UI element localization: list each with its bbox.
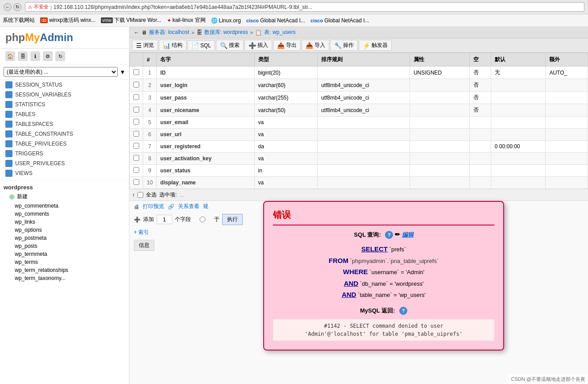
operations-button[interactable]: 🔧 操作 bbox=[330, 40, 358, 51]
execute-button[interactable]: 执行 bbox=[222, 214, 243, 225]
breadcrumb-database[interactable]: 数据库: wordpress bbox=[204, 29, 248, 36]
sidebar-item-VIEWS[interactable]: VIEWS bbox=[0, 168, 129, 178]
home-icon[interactable]: 🏠 bbox=[5, 51, 15, 61]
bookmark-3[interactable]: vmw 下载 VMware Wor... bbox=[101, 17, 161, 24]
sql-icon: 📄 bbox=[191, 42, 199, 49]
toolbar: ☰ 浏览 📊 结构 📄 SQL 🔍 搜索 ➕ 插入 📤 导出 bbox=[129, 38, 588, 53]
row-num-4: 5 bbox=[143, 117, 157, 129]
sidebar-item-TABLES[interactable]: TABLES bbox=[0, 109, 129, 119]
browse-button[interactable]: ☰ 浏览 bbox=[132, 40, 158, 51]
row-default-5 bbox=[491, 129, 546, 141]
browse-label: 浏览 bbox=[143, 42, 154, 49]
browser-nav-buttons[interactable]: ← ↻ bbox=[4, 3, 21, 11]
bookmark-5[interactable]: 🌐 Linux.org bbox=[211, 17, 241, 24]
select-all-checkbox[interactable] bbox=[137, 192, 143, 198]
row-checkbox-6[interactable] bbox=[130, 141, 143, 153]
col-header-name: 名字 bbox=[157, 53, 254, 67]
sidebar-label-wp_termmeta: wp_termmeta bbox=[15, 251, 47, 257]
sidebar-item-TABLESPACES[interactable]: TABLESPACES bbox=[0, 119, 129, 129]
row-checkbox-2[interactable] bbox=[130, 92, 143, 104]
table-icon-TABLESPACES bbox=[5, 121, 12, 128]
sql-button[interactable]: 📄 SQL bbox=[187, 40, 215, 51]
insert-button[interactable]: ➕ 插入 bbox=[244, 40, 272, 51]
row-checkbox-7[interactable] bbox=[130, 153, 143, 165]
sql-pencil-icon[interactable]: ✏ bbox=[395, 231, 400, 238]
row-checkbox-4[interactable] bbox=[130, 117, 143, 129]
back-button[interactable]: ← bbox=[4, 3, 12, 11]
related-view-link[interactable]: 关系查看 bbox=[178, 203, 199, 210]
url-bar[interactable]: ⚠ 不安全 | 192.168.110.128/phpmyadmin/index… bbox=[25, 2, 584, 12]
row-type-0: bigint(20) bbox=[254, 67, 317, 79]
structure-button[interactable]: 📊 结构 bbox=[159, 40, 186, 51]
selected-actions: ... bbox=[179, 192, 184, 198]
at-end-radio[interactable] bbox=[194, 217, 211, 222]
sidebar-item-USER_PRIVILEGES[interactable]: USER_PRIVILEGES bbox=[0, 159, 129, 168]
bookmark-4[interactable]: ✦ kail-linux 官网 bbox=[167, 17, 206, 24]
row-checkbox-5[interactable] bbox=[130, 129, 143, 141]
add-count-input[interactable] bbox=[157, 215, 172, 224]
import-button[interactable]: 📥 导入 bbox=[302, 40, 329, 51]
insert-icon: ➕ bbox=[248, 42, 256, 49]
sidebar-item-wp_commentmeta[interactable]: wp_commentmeta bbox=[0, 202, 129, 210]
sql-help-icon[interactable]: ? bbox=[385, 231, 393, 239]
row-checkbox-1[interactable] bbox=[130, 79, 143, 92]
col-header-extra: 额外 bbox=[546, 53, 588, 67]
breadcrumb-back-icon[interactable]: ← bbox=[134, 29, 139, 36]
info-button[interactable]: 信息 bbox=[134, 240, 154, 251]
index-link[interactable]: + 索引 bbox=[134, 229, 149, 235]
sidebar-item-wp_postmeta[interactable]: wp_postmeta bbox=[0, 234, 129, 242]
info-icon-pma[interactable]: ℹ bbox=[30, 51, 40, 61]
sidebar-item-TABLE_CONSTRAINTS[interactable]: TABLE_CONSTRAINTS bbox=[0, 129, 129, 139]
refresh-icon[interactable]: ↻ bbox=[55, 51, 65, 61]
refresh-button[interactable]: ↻ bbox=[13, 3, 21, 11]
from-keyword: FROM bbox=[329, 257, 348, 264]
sidebar-item-wp_terms[interactable]: wp_terms bbox=[0, 258, 129, 266]
sidebar-item-new[interactable]: ⊕ 新建 bbox=[0, 192, 129, 202]
error-message-block: #1142 - SELECT command denied to user 'A… bbox=[273, 319, 494, 341]
row-attribute-4 bbox=[410, 117, 469, 129]
row-checkbox-9[interactable] bbox=[130, 177, 143, 189]
mysql-help-icon[interactable]: ? bbox=[399, 307, 407, 315]
sidebar-label-wp_term_relationships: wp_term_relationships bbox=[15, 267, 68, 273]
table-icon-TABLES bbox=[5, 111, 12, 118]
sidebar-item-SESSION_STATUS[interactable]: SESSION_STATUS bbox=[0, 80, 129, 90]
sidebar-item-wp_termmeta[interactable]: wp_termmeta bbox=[0, 250, 129, 258]
triggers-button[interactable]: ⚡ 触发器 bbox=[359, 40, 392, 51]
breadcrumb-server[interactable]: 服务器: localhost bbox=[149, 29, 189, 36]
settings-icon[interactable]: ⚙ bbox=[43, 51, 53, 61]
export-button[interactable]: 📤 导出 bbox=[273, 40, 301, 51]
structure-label: 结构 bbox=[172, 42, 182, 49]
db-select-dropdown[interactable]: (最近使用的表) ... bbox=[4, 67, 118, 77]
bookmark-2[interactable]: dd winxp激活码 winx... bbox=[40, 17, 95, 24]
row-checkbox-3[interactable] bbox=[130, 104, 143, 117]
search-button[interactable]: 🔍 搜索 bbox=[216, 40, 244, 51]
row-checkbox-8[interactable] bbox=[130, 165, 143, 177]
sidebar-item-wp_links[interactable]: wp_links bbox=[0, 218, 129, 226]
sidebar-label-SESSION_VARIABLES: SESSION_VARIABLES bbox=[15, 92, 71, 98]
sidebar-item-wp_term_taxonomy[interactable]: wp_term_taxonomy... bbox=[0, 274, 129, 282]
bookmark-1[interactable]: 系统下载网站 bbox=[3, 17, 35, 24]
bookmark-6[interactable]: cisco Global NetAcad I... bbox=[246, 17, 305, 24]
pma-icons-bar: 🏠 🗄 ℹ ⚙ ↻ bbox=[0, 49, 129, 64]
sidebar-label-TRIGGERS: TRIGGERS bbox=[15, 150, 43, 157]
print-preview-link[interactable]: 打印预览 bbox=[143, 203, 164, 210]
sidebar-item-TABLE_PRIVILEGES[interactable]: TABLE_PRIVILEGES bbox=[0, 139, 129, 149]
sidebar-item-wp_comments[interactable]: wp_comments bbox=[0, 210, 129, 218]
sidebar-item-TRIGGERS[interactable]: TRIGGERS bbox=[0, 149, 129, 159]
sql-edit-link[interactable]: 编辑 bbox=[402, 231, 414, 238]
sidebar-label-wp_postmeta: wp_postmeta bbox=[15, 235, 46, 241]
rules-link[interactable]: 规 bbox=[203, 203, 208, 210]
row-collation-4 bbox=[317, 117, 410, 129]
row-checkbox-0[interactable] bbox=[130, 67, 143, 79]
sidebar-label-wp_term_taxonomy: wp_term_taxonomy... bbox=[15, 275, 66, 281]
new-icon: ⊕ bbox=[9, 192, 15, 201]
db-icon[interactable]: 🗄 bbox=[18, 51, 28, 61]
sidebar-item-wp_term_relationships[interactable]: wp_term_relationships bbox=[0, 266, 129, 274]
sidebar-item-STATISTICS[interactable]: STATISTICS bbox=[0, 100, 129, 109]
sidebar-item-wp_posts[interactable]: wp_posts bbox=[0, 242, 129, 250]
bookmark-7[interactable]: cisco Global NetAcad I... bbox=[311, 17, 369, 24]
sidebar-item-wp_options[interactable]: wp_options bbox=[0, 226, 129, 234]
breadcrumb-table[interactable]: 表: wp_users bbox=[264, 29, 295, 36]
row-default-0: 无 bbox=[491, 67, 546, 79]
sidebar-item-SESSION_VARIABLES[interactable]: SESSION_VARIABLES bbox=[0, 90, 129, 100]
